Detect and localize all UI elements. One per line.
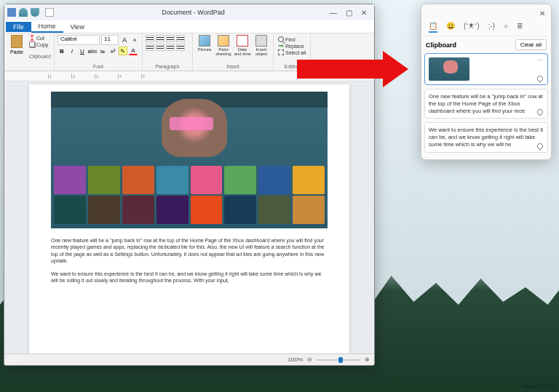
save-icon[interactable] [7,8,16,17]
tab-view[interactable]: View [63,22,92,32]
scissors-icon [29,35,35,41]
indent-inc-icon[interactable] [156,35,164,42]
indent-dec-icon[interactable] [146,35,154,42]
clipboard-thumbnail [429,57,469,81]
align-right-icon[interactable] [166,44,175,51]
replace-icon [278,43,284,49]
picture-icon [199,35,210,47]
paste-button[interactable]: Paste [7,35,26,55]
clipboard-panel: ✕ 📋 😀 (ᵔᴥᵔ) ;-) ⟐ ≣ Clipboard Clear all … [421,4,552,160]
align-left-icon[interactable] [146,44,154,51]
clipboard-item-image[interactable]: ⋯ [424,53,548,85]
statusbar: 100% ⊖ ⊕ [4,353,374,365]
bold-button[interactable]: B [58,47,66,55]
underline-button[interactable]: U [78,47,87,55]
clear-all-button[interactable]: Clear all [515,39,547,50]
paste-icon [11,35,23,48]
font-size-select[interactable]: 11 [101,35,119,45]
tab-clipboard[interactable]: 📋 [429,22,437,33]
date-button[interactable]: Date and time [234,35,251,56]
date-icon [237,35,248,47]
bullets-icon[interactable] [166,35,175,42]
tab-file[interactable]: File [6,22,31,32]
tab-more[interactable]: ≣ [517,22,523,33]
cut-button[interactable]: Cut [29,35,51,41]
watermark: wsxdn.com [522,383,555,390]
minimize-icon[interactable]: — [330,9,337,17]
item-menu-icon[interactable]: ⋯ [537,57,543,64]
pin-icon[interactable] [536,74,544,82]
font-family-select[interactable]: Calibri [58,35,100,45]
zoom-in-button[interactable]: ⊕ [365,356,370,363]
object-icon [255,35,267,47]
copy-icon [29,41,35,47]
highlight-button[interactable]: ✎ [119,47,127,55]
clipboard-item-text[interactable]: We want to ensure this experience is the… [424,122,548,152]
close-icon[interactable]: ✕ [361,9,367,17]
document-icon [45,8,54,17]
select-icon [278,49,284,55]
find-icon [278,36,284,42]
tab-home[interactable]: Home [31,21,63,33]
pin-icon[interactable] [536,108,544,116]
window-title: Document - WordPad [57,9,330,16]
zoom-percent: 100% [288,356,303,363]
zoom-out-button[interactable]: ⊖ [307,356,312,363]
align-justify-icon[interactable] [176,44,185,51]
font-color-button[interactable]: A [129,47,138,55]
find-button[interactable]: Find [278,36,306,42]
close-icon[interactable]: ✕ [539,9,545,17]
copy-button[interactable]: Copy [29,41,51,47]
picture-button[interactable]: Picture [196,35,213,56]
shrink-font-icon[interactable]: A [130,36,139,44]
tab-kaomoji[interactable]: (ᵔᴥᵔ) [464,22,480,33]
tab-emoji[interactable]: 😀 [446,22,455,33]
annotation-arrow [297,51,413,87]
replace-button[interactable]: Replace [278,43,306,49]
pin-icon[interactable] [536,142,544,150]
subscript-button[interactable]: x₂ [98,47,107,55]
ribbon-tabs: File Home View [4,20,374,33]
object-button[interactable]: Insert object [253,35,270,56]
tab-gif[interactable]: ⟐ [504,22,508,33]
doc-paragraph-1[interactable]: One new feature will be a "jump back in"… [51,237,328,265]
paint-button[interactable]: Paint drawing [215,35,232,56]
zoom-slider[interactable] [317,359,360,361]
superscript-button[interactable]: x² [108,47,117,55]
pasted-image[interactable] [51,92,328,228]
doc-paragraph-2[interactable]: We want to ensure this experience is the… [51,271,328,284]
clipboard-item-text[interactable]: One new feature will be a "jump back in"… [424,89,548,119]
linespacing-icon[interactable] [176,35,185,42]
align-center-icon[interactable] [156,44,164,51]
strike-button[interactable]: abc [88,47,97,55]
document-area[interactable]: One new feature will be a "jump back in"… [4,81,374,353]
undo-icon[interactable] [19,8,28,17]
clipboard-heading: Clipboard [426,41,456,49]
italic-button[interactable]: I [68,47,76,55]
page[interactable]: One new feature will be a "jump back in"… [29,84,349,353]
titlebar: Document - WordPad — ▢ ✕ [4,4,374,20]
paint-icon [218,35,229,47]
maximize-icon[interactable]: ▢ [346,9,352,17]
grow-font-icon[interactable]: A [120,36,129,44]
redo-icon[interactable] [31,8,39,17]
tab-symbols[interactable]: ;-) [488,22,495,33]
